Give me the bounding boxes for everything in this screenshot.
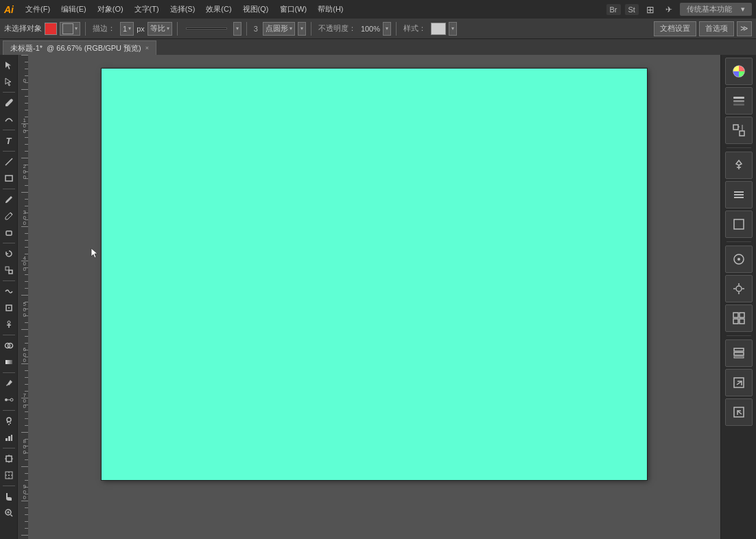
tool-separator-9: [3, 410, 15, 411]
puppet-panel-button[interactable]: [725, 152, 753, 179]
svg-line-0: [5, 158, 12, 165]
opacity-dropdown[interactable]: ▾: [383, 22, 391, 36]
stroke-unit: px: [137, 25, 145, 33]
svg-point-7: [8, 307, 10, 309]
transform-panel-button[interactable]: [725, 117, 753, 144]
tool-separator-8: [3, 372, 15, 373]
bridge-icon[interactable]: Br: [606, 4, 621, 15]
opacity-value: 100%: [361, 25, 380, 33]
menu-object[interactable]: 对象(O): [93, 3, 128, 16]
tool-separator-5: [3, 243, 15, 243]
extra-options-button[interactable]: ≫: [737, 21, 752, 36]
options-bar: 未选择对象 ▾ 描边： 1 ▾ px 等比 ▾ ▾ 3 点圆形 ▾ ▾ 不透明度…: [0, 19, 756, 39]
puppet-warp-tool[interactable]: [1, 317, 16, 332]
send-icon[interactable]: ✈: [662, 3, 676, 16]
selection-tool[interactable]: [1, 58, 16, 73]
stroke-type-dropdown[interactable]: ▾: [60, 22, 80, 36]
menu-edit[interactable]: 编辑(E): [56, 3, 91, 16]
pen-tool[interactable]: [1, 95, 16, 110]
svg-rect-37: [733, 97, 744, 99]
workspace-button[interactable]: 传统基本功能 ▾: [680, 3, 752, 16]
blend-tool[interactable]: [1, 392, 16, 407]
hand-tool[interactable]: [1, 489, 16, 504]
menu-view[interactable]: 视图(Q): [238, 3, 274, 16]
menu2-button[interactable]: [725, 181, 753, 208]
artboard[interactable]: [102, 69, 647, 480]
no-selection-label: 未选择对象: [4, 23, 42, 34]
curvature-tool[interactable]: [1, 112, 16, 127]
document-tab[interactable]: 未标题-1* @ 66.67% (RGB/GPU 预览) ×: [3, 40, 156, 55]
stroke-label: 描边：: [93, 23, 115, 34]
shape-builder-tool[interactable]: [1, 338, 16, 353]
doc-settings-button[interactable]: 文档设置: [654, 21, 696, 36]
eyedropper-tool[interactable]: [1, 376, 16, 391]
paintbrush-tool[interactable]: [1, 192, 16, 207]
stroke-scale-dropdown[interactable]: 等比 ▾: [147, 22, 172, 36]
tab-close-button[interactable]: ×: [145, 45, 149, 51]
stroke-line-preview: [186, 27, 227, 29]
column-graph-tool[interactable]: [1, 430, 16, 445]
tool-separator-7: [3, 335, 15, 335]
svg-point-15: [10, 398, 13, 401]
zoom-tool[interactable]: [1, 505, 16, 520]
stock-icon[interactable]: St: [625, 4, 639, 15]
free-transform-tool[interactable]: [1, 300, 16, 315]
pencil-tool[interactable]: [1, 208, 16, 224]
menu-type[interactable]: 文字(T): [130, 3, 164, 16]
svg-rect-13: [5, 360, 12, 364]
menu-window[interactable]: 窗口(W): [275, 3, 312, 16]
menu-select[interactable]: 选择(S): [165, 3, 200, 16]
svg-line-33: [10, 515, 12, 517]
app-logo: Ai: [4, 4, 14, 15]
symbol-sprayer-tool[interactable]: [1, 414, 16, 429]
svg-rect-60: [734, 352, 744, 355]
export-button[interactable]: [725, 369, 753, 396]
svg-point-18: [7, 422, 8, 423]
menu-file[interactable]: 文件(F): [21, 3, 55, 16]
tool-separator-1: [3, 92, 15, 93]
layers-button[interactable]: [725, 339, 753, 367]
panel-separator-2: [727, 241, 751, 242]
canvas-area[interactable]: [28, 55, 720, 539]
tab-info: @ 66.67% (RGB/GPU 预览): [47, 43, 141, 53]
eraser-tool[interactable]: [1, 225, 16, 240]
stroke-color-swatch[interactable]: [45, 23, 57, 35]
style-swatch[interactable]: [431, 23, 446, 35]
sun-button[interactable]: [725, 275, 753, 302]
menu-effect[interactable]: 效果(C): [201, 3, 236, 16]
tool-separator-6: [3, 280, 15, 281]
link-button[interactable]: [725, 398, 753, 426]
circle-button[interactable]: [725, 245, 753, 273]
point-type-dropdown[interactable]: 点圆形 ▾: [263, 22, 295, 36]
menu-help[interactable]: 帮助(H): [313, 3, 348, 16]
stroke-dash-dropdown[interactable]: ▾: [233, 22, 241, 36]
svg-rect-47: [734, 219, 744, 229]
color-panel-button[interactable]: [725, 58, 753, 85]
svg-point-8: [8, 321, 10, 324]
tab-bar: 未标题-1* @ 66.67% (RGB/GPU 预览) ×: [0, 39, 756, 55]
type-tool[interactable]: T: [1, 133, 16, 148]
style-dropdown[interactable]: ▾: [449, 22, 457, 36]
preferences-button[interactable]: 首选项: [699, 21, 734, 36]
arrange-icon[interactable]: ⊞: [643, 3, 658, 16]
svg-rect-39: [733, 104, 744, 106]
svg-rect-59: [734, 348, 744, 351]
artboard-tool[interactable]: [1, 451, 16, 466]
warp-tool[interactable]: [1, 284, 16, 299]
line-tool[interactable]: [1, 154, 16, 169]
rect2-button[interactable]: [725, 211, 753, 238]
point-shape-dropdown[interactable]: ▾: [298, 22, 306, 36]
libraries-panel-button[interactable]: [725, 87, 753, 115]
stroke-align-dropdown[interactable]: 1 ▾: [120, 22, 134, 36]
top-right-icons: Br St ⊞ ✈ 传统基本功能 ▾: [606, 3, 752, 16]
slice-tool[interactable]: [1, 468, 16, 483]
gradient-tool[interactable]: [1, 355, 16, 370]
grid2-button[interactable]: [725, 304, 753, 332]
direct-selection-tool[interactable]: [1, 74, 16, 89]
opacity-label: 不透明度：: [318, 23, 356, 34]
rotate-tool[interactable]: [1, 246, 16, 261]
svg-point-19: [10, 422, 11, 424]
artboard-container: [28, 55, 720, 539]
scale-tool[interactable]: [1, 263, 16, 278]
rect-tool[interactable]: [1, 171, 16, 186]
